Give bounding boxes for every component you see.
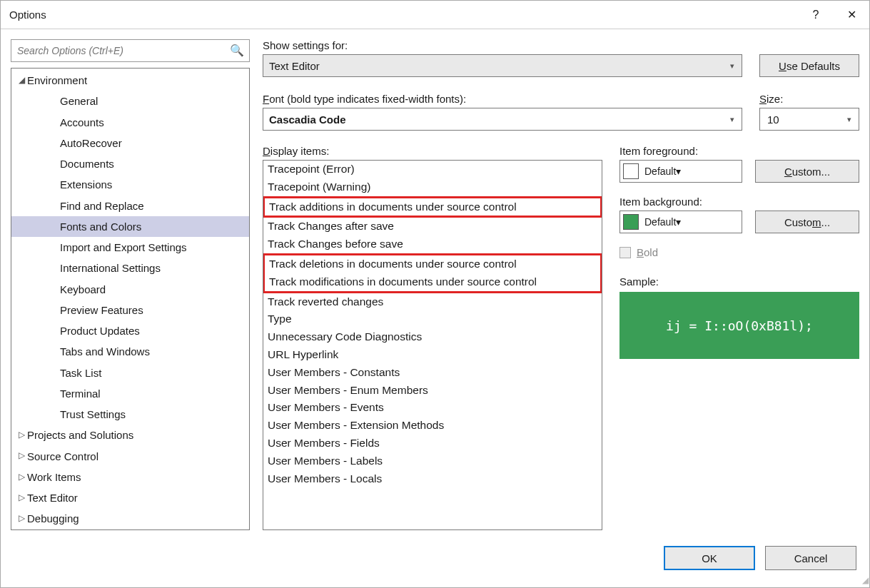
tree-item-label: International Settings (60, 258, 161, 278)
tree-item-label: Task List (60, 363, 101, 383)
tree-item[interactable]: ▷Debugging (11, 508, 249, 529)
tree-item-label: Terminal (60, 383, 101, 404)
tree-item[interactable]: International Settings (11, 258, 249, 278)
tree-item[interactable]: Task List (11, 363, 249, 383)
tree-twisty-icon[interactable]: ▷ (16, 490, 27, 506)
sample-label: Sample: (619, 275, 859, 288)
tree-item[interactable]: Keyboard (11, 279, 249, 300)
chevron-down-icon: ▾ (676, 166, 681, 177)
list-item[interactable]: User Members - Fields (263, 435, 602, 452)
tree-item-label: Documents (60, 153, 114, 174)
tree-item-label: Keyboard (60, 279, 106, 300)
display-items-label: Display items: (263, 145, 602, 157)
highlighted-group: Track deletions in documents under sourc… (263, 253, 602, 293)
tree-item[interactable]: Fonts and Colors (11, 216, 249, 237)
item-fg-select[interactable]: Default ▾ (619, 160, 742, 183)
size-input[interactable]: 10 ▾ (759, 108, 859, 131)
list-item[interactable]: Track modifications in documents under s… (265, 273, 600, 291)
use-defaults-button[interactable]: Use Defaults (759, 54, 859, 77)
list-item[interactable]: Tracepoint (Error) (263, 161, 602, 178)
item-fg-value: Default (644, 166, 676, 177)
list-item[interactable]: User Members - Labels (263, 452, 602, 470)
list-item[interactable]: Track Changes after save (263, 218, 602, 235)
chevron-down-icon: ▾ (730, 115, 734, 124)
bg-custom-label: Custom... (784, 216, 830, 228)
tree-item-label: Extensions (60, 174, 112, 195)
search-input[interactable] (11, 39, 250, 62)
tree-item[interactable]: Product Updates (11, 320, 249, 341)
item-bg-label: Item background: (619, 196, 859, 208)
tree-item-label: Projects and Solutions (27, 425, 133, 445)
ok-button[interactable]: OK (664, 546, 755, 570)
list-item[interactable]: Unnecessary Code Diagnostics (263, 328, 602, 346)
tree-item-label: Find and Replace (60, 196, 144, 216)
tree-item[interactable]: Accounts (11, 112, 249, 133)
tree-twisty-icon[interactable]: ◢ (16, 72, 27, 88)
ok-label: OK (702, 552, 717, 564)
help-button[interactable]: ? (798, 1, 834, 29)
tree-item[interactable]: ▷Source Control (11, 446, 249, 467)
list-item[interactable]: Track Changes before save (263, 235, 602, 253)
tree-item[interactable]: Extensions (11, 174, 249, 195)
tree-item-label: Product Updates (60, 320, 140, 341)
tree-twisty-icon[interactable]: ▷ (16, 469, 27, 485)
tree-item[interactable]: Terminal (11, 383, 249, 404)
tree-item[interactable]: ◢Environment (11, 70, 249, 91)
window-title: Options (9, 9, 798, 21)
tree-item[interactable]: Trust Settings (11, 404, 249, 425)
resize-grip-icon[interactable]: ◢ (862, 575, 867, 585)
tree-item[interactable]: AutoRecover (11, 133, 249, 153)
list-item[interactable]: URL Hyperlink (263, 346, 602, 364)
list-item[interactable]: Track additions in documents under sourc… (265, 198, 600, 216)
tree-item-label: Accounts (60, 112, 104, 133)
tree-item[interactable]: Import and Export Settings (11, 237, 249, 258)
display-items-list[interactable]: Tracepoint (Error)Tracepoint (Warning)Tr… (263, 160, 602, 530)
item-fg-label: Item foreground: (619, 145, 859, 157)
search-icon[interactable]: 🔍 (230, 44, 244, 57)
tree-twisty-icon[interactable]: ▷ (16, 427, 27, 443)
list-item[interactable]: User Members - Constants (263, 364, 602, 382)
tree-item-label: Tabs and Windows (60, 341, 150, 362)
list-item[interactable]: Track reverted changes (263, 293, 602, 311)
tree-item[interactable]: Tabs and Windows (11, 341, 249, 362)
bg-custom-button[interactable]: Custom... (755, 211, 859, 233)
cancel-button[interactable]: Cancel (765, 546, 856, 570)
tree-item[interactable]: General (11, 91, 249, 111)
tree-item[interactable]: ▷Work Items (11, 467, 249, 487)
list-item[interactable]: Type (263, 310, 602, 328)
font-select[interactable]: Cascadia Code ▾ (263, 108, 742, 131)
list-item[interactable]: User Members - Enum Members (263, 382, 602, 400)
tree-item-label: Debugging (27, 508, 79, 529)
tree-item[interactable]: ▷Projects and Solutions (11, 425, 249, 445)
sample-preview: ij = I::oO(0xB81l); (619, 292, 859, 359)
tree-twisty-icon[interactable]: ▷ (16, 510, 27, 527)
tree-item[interactable]: Documents (11, 153, 249, 174)
tree-twisty-icon[interactable]: ▷ (16, 447, 27, 464)
use-defaults-label: Use Defaults (779, 60, 840, 72)
sample-text: ij = I::oO(0xB81l); (666, 318, 813, 333)
bg-swatch (623, 214, 639, 230)
fg-custom-button[interactable]: Custom... (755, 160, 859, 183)
item-bg-select[interactable]: Default ▾ (619, 211, 742, 233)
close-button[interactable]: ✕ (834, 1, 869, 29)
list-item[interactable]: User Members - Extension Methods (263, 417, 602, 435)
tree-item[interactable]: Find and Replace (11, 196, 249, 216)
bold-label: Bold (637, 246, 658, 258)
list-item[interactable]: Track deletions in documents under sourc… (265, 255, 600, 273)
tree-item-label: Source Control (27, 446, 98, 467)
list-item[interactable]: Tracepoint (Warning) (263, 178, 602, 196)
tree-item-label: Fonts and Colors (60, 216, 141, 237)
tree-item[interactable]: Preview Features (11, 300, 249, 320)
list-item[interactable]: User Members - Events (263, 399, 602, 417)
show-settings-select[interactable]: Text Editor ▾ (263, 54, 742, 77)
nav-tree[interactable]: ◢EnvironmentGeneralAccountsAutoRecoverDo… (11, 68, 250, 530)
tree-item-label: Text Editor (27, 487, 78, 508)
cancel-label: Cancel (794, 552, 828, 564)
list-item[interactable]: User Members - Locals (263, 470, 602, 488)
show-settings-value: Text Editor (269, 60, 320, 72)
tree-item-label: General (60, 91, 98, 111)
show-settings-label: Show settings for: (263, 39, 742, 51)
tree-item[interactable]: ▷Text Editor (11, 487, 249, 508)
fg-swatch (623, 163, 639, 179)
tree-item-label: AutoRecover (60, 133, 122, 153)
